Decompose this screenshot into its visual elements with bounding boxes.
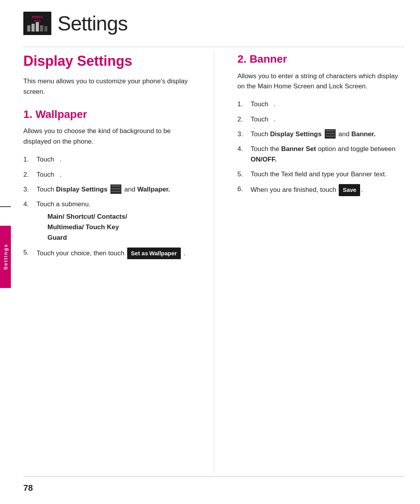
metro-logo: metro PCS (23, 12, 51, 35)
wallpaper-bold: Wallpaper. (137, 186, 170, 193)
banner-intro: Allows you to enter a string of characte… (238, 71, 405, 92)
main-divider (23, 47, 404, 47)
banner-step-5: 5. Touch the Text field and type your Ba… (238, 169, 405, 179)
banner-step-3: 3. Touch Display Settings and Banner. (238, 129, 405, 139)
banner-steps: 1. Touch . 2. Touch . 3. Touch Display S… (238, 99, 405, 196)
footer-line (23, 476, 404, 477)
svg-rect-7 (44, 26, 47, 32)
wallpaper-step-1: 1. Touch . (23, 155, 191, 165)
sidebar-tab-label: Settings (3, 244, 9, 270)
right-column: 2. Banner Allows you to enter a string o… (230, 53, 405, 473)
wallpaper-step-2: 2. Touch . (23, 170, 191, 180)
content-area: Display Settings This menu allows you to… (23, 53, 404, 473)
banner-step-6: 6. When you are finished, touch Save. (238, 184, 405, 196)
svg-text:metro: metro (32, 15, 43, 19)
wallpaper-step-4: 4. Touch a submenu. Main/ Shortcut/ Cont… (23, 199, 191, 243)
set-as-wallpaper-button: Set as Wallpaper (127, 248, 181, 259)
wallpaper-intro: Allows you to choose the kind of backgro… (23, 126, 191, 147)
wallpaper-title: 1. Wallpaper (23, 108, 191, 121)
settings-icon-left (110, 184, 121, 194)
settings-icon-right (325, 129, 336, 139)
svg-rect-6 (40, 25, 43, 32)
submenu-options: Main/ Shortcut/ Contacts/ Multimedia/ To… (47, 211, 191, 243)
page-number: 78 (23, 483, 33, 493)
page-header: metro PCS Settings (23, 12, 128, 35)
banner-bold: Banner. (351, 130, 375, 138)
svg-rect-4 (32, 24, 35, 32)
on-off-bold: ON/OFF. (251, 156, 277, 163)
page-title: Settings (58, 12, 128, 35)
banner-set-bold: Banner Set (281, 145, 316, 153)
svg-rect-3 (27, 25, 30, 32)
column-divider (214, 53, 214, 473)
display-settings-title: Display Settings (23, 53, 191, 69)
banner-step-4: 4. Touch the Banner Set option and toggl… (238, 144, 405, 165)
banner-step-2: 2. Touch . (238, 114, 405, 125)
save-button: Save (339, 184, 360, 196)
sidebar-line (0, 206, 11, 207)
footer: 78 (23, 483, 404, 493)
banner-step-1: 1. Touch . (238, 99, 405, 109)
display-settings-bold-right: Display Settings (270, 130, 322, 138)
wallpaper-step-3: 3. Touch Display Settings and Wallpaper. (23, 184, 191, 195)
sidebar-tab: Settings (0, 226, 11, 288)
left-column: Display Settings This menu allows you to… (23, 53, 198, 473)
banner-title: 2. Banner (238, 53, 405, 66)
wallpaper-step-5: 5. Touch your choice, then touch Set as … (23, 248, 191, 259)
wallpaper-steps: 1. Touch . 2. Touch . 3. Touch Display S… (23, 155, 191, 259)
svg-rect-5 (36, 22, 39, 32)
display-settings-bold-left: Display Settings (56, 186, 107, 193)
display-settings-intro: This menu allows you to customize your p… (23, 76, 191, 97)
